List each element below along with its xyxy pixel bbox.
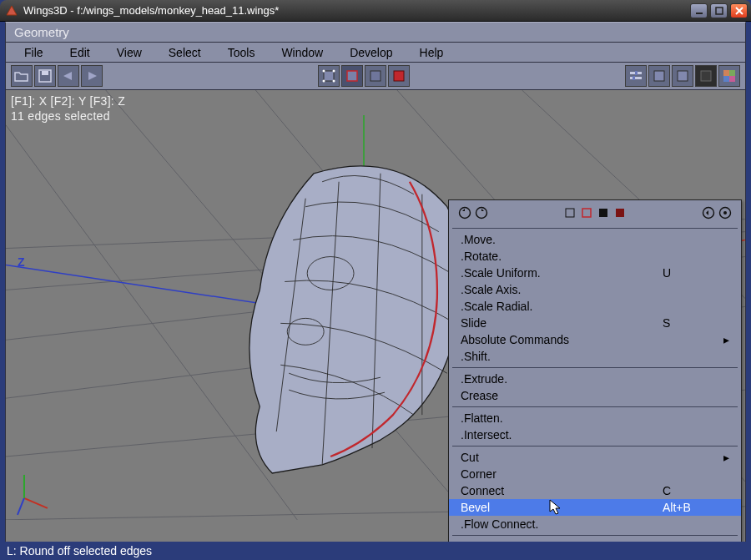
ctx-item-label: .Scale Radial. xyxy=(461,300,663,313)
svg-point-50 xyxy=(723,211,727,214)
status-command-help: L: Round off selected edges xyxy=(7,544,152,557)
context-menu: .Move..Rotate..Scale Uniform.U.Scale Axi… xyxy=(448,199,742,542)
ctx-item-dissolve[interactable]: .Dissolve.Bksp xyxy=(449,538,741,542)
workmode-icon[interactable] xyxy=(695,65,717,87)
wings-logo-icon xyxy=(5,4,18,18)
colorview-icon[interactable] xyxy=(718,65,740,87)
ctx-item-cut[interactable]: Cut▸ xyxy=(449,449,741,466)
svg-line-37 xyxy=(24,498,48,508)
ctx-item-scaleradial[interactable]: .Scale Radial. xyxy=(449,298,741,315)
svg-rect-44 xyxy=(566,209,574,217)
svg-line-38 xyxy=(18,498,24,515)
svg-point-8 xyxy=(333,80,335,83)
ctx-item-shortcut: Bksp xyxy=(663,540,721,542)
context-menu-iconrow xyxy=(449,204,741,225)
ctx-item-crease[interactable]: Crease xyxy=(449,387,741,404)
minimize-button[interactable] xyxy=(690,3,708,18)
menu-view[interactable]: View xyxy=(103,44,155,61)
hud-selection-count: 11 edges selected xyxy=(11,108,125,124)
app-window: Wings3D - f:/wings_models/monkey_head_11… xyxy=(0,0,751,560)
ctx-item-label: .Extrude. xyxy=(461,372,663,386)
face-mode-icon[interactable] xyxy=(365,65,386,87)
svg-rect-46 xyxy=(599,209,607,217)
hud-axis-keys: [F1]: X [F2]: Y [F3]: Z xyxy=(11,93,125,108)
svg-rect-22 xyxy=(729,76,735,82)
menu-help[interactable]: Help xyxy=(406,44,457,61)
maximize-button[interactable] xyxy=(710,3,728,18)
submenu-arrow-icon: ▸ xyxy=(721,333,729,346)
sel-edge-icon[interactable] xyxy=(579,205,594,220)
menu-file[interactable]: File xyxy=(11,44,57,61)
repeat-icon[interactable] xyxy=(701,205,716,220)
ctx-item-shortcut: U xyxy=(663,266,721,280)
ctx-item-flatten[interactable]: .Flatten. xyxy=(449,410,741,426)
menu-tools[interactable]: Tools xyxy=(214,44,269,61)
close-button[interactable] xyxy=(730,3,748,18)
svg-rect-13 xyxy=(630,77,642,79)
client-area: Geometry File Edit View Select Tools Win… xyxy=(5,22,746,560)
svg-rect-1 xyxy=(716,8,723,14)
body-mode-icon[interactable] xyxy=(388,65,410,87)
svg-rect-10 xyxy=(370,71,381,81)
ctx-item-label: .Move. xyxy=(461,233,663,246)
ctx-item-shortcut: C xyxy=(663,484,721,497)
ctx-item-corner[interactable]: Corner xyxy=(449,466,741,482)
ctx-item-move[interactable]: .Move. xyxy=(449,231,741,248)
viewport[interactable]: [F1]: X [F2]: Y [F3]: Z 11 edges selecte… xyxy=(5,90,746,542)
ctx-item-absolutecommands[interactable]: Absolute Commands▸ xyxy=(449,331,741,348)
ctx-item-rotate[interactable]: .Rotate. xyxy=(449,248,741,265)
ctx-item-label: .Dissolve. xyxy=(461,540,663,542)
save-icon[interactable] xyxy=(34,65,56,87)
ctx-item-label: .Intersect. xyxy=(461,428,663,441)
menu-develop[interactable]: Develop xyxy=(336,44,406,61)
history-fwd-icon[interactable] xyxy=(474,205,489,220)
toolbar xyxy=(5,63,746,90)
ctx-item-bevel[interactable]: BevelAlt+B xyxy=(449,499,741,516)
sel-vertex-icon[interactable] xyxy=(562,205,577,220)
menu-edit[interactable]: Edit xyxy=(57,44,103,61)
edge-mode-icon[interactable] xyxy=(341,65,363,87)
menu-window[interactable]: Window xyxy=(268,44,336,61)
ctx-item-shortcut: Alt+B xyxy=(663,501,721,514)
svg-rect-18 xyxy=(701,71,711,81)
submenu-arrow-icon: ▸ xyxy=(721,451,729,464)
ctx-item-label: Crease xyxy=(461,389,663,402)
menubar: File Edit View Select Tools Window Devel… xyxy=(5,43,746,63)
ctx-item-connect[interactable]: ConnectC xyxy=(449,482,741,499)
ctx-item-label: .Shift. xyxy=(461,350,663,363)
axes-icon[interactable] xyxy=(672,65,693,87)
ctx-item-shortcut: S xyxy=(663,316,721,330)
ctx-item-scaleaxis[interactable]: .Scale Axis. xyxy=(449,281,741,298)
ctx-item-label: .Rotate. xyxy=(461,250,663,263)
back-icon[interactable] xyxy=(58,65,79,87)
groundplane-icon[interactable] xyxy=(648,65,670,87)
history-back-icon[interactable] xyxy=(457,205,472,220)
svg-rect-14 xyxy=(635,71,638,75)
ctx-item-flowconnect[interactable]: .Flow Connect. xyxy=(449,516,741,532)
svg-rect-9 xyxy=(347,71,357,81)
forward-icon[interactable] xyxy=(81,65,103,87)
ctx-item-extrude[interactable]: .Extrude. xyxy=(449,371,741,387)
sel-face-icon[interactable] xyxy=(596,205,611,220)
ctx-item-shift[interactable]: .Shift. xyxy=(449,348,741,365)
repeat-args-icon[interactable] xyxy=(718,205,733,220)
svg-rect-45 xyxy=(582,209,591,217)
cursor-icon xyxy=(549,499,562,518)
ctx-separator xyxy=(452,535,738,536)
ctx-item-slide[interactable]: SlideS xyxy=(449,315,741,331)
titlebar: Wings3D - f:/wings_models/monkey_head_11… xyxy=(0,0,751,22)
ctx-item-intersect[interactable]: .Intersect. xyxy=(449,426,741,443)
geometry-window-header[interactable]: Geometry xyxy=(5,22,746,43)
svg-rect-47 xyxy=(616,209,624,217)
ctx-item-label: Slide xyxy=(461,316,663,330)
prefs-icon[interactable] xyxy=(625,65,647,87)
ctx-item-scaleuniform[interactable]: .Scale Uniform.U xyxy=(449,265,741,281)
statusbar-bottom: L: Round off selected edges xyxy=(0,542,751,560)
open-icon[interactable] xyxy=(11,65,33,87)
vertex-mode-icon[interactable] xyxy=(318,65,340,87)
svg-rect-20 xyxy=(729,70,735,76)
menu-select[interactable]: Select xyxy=(155,44,214,61)
ctx-item-label: .Flow Connect. xyxy=(461,517,663,531)
sel-body-icon[interactable] xyxy=(612,205,628,220)
ctx-item-label: Corner xyxy=(461,467,663,481)
